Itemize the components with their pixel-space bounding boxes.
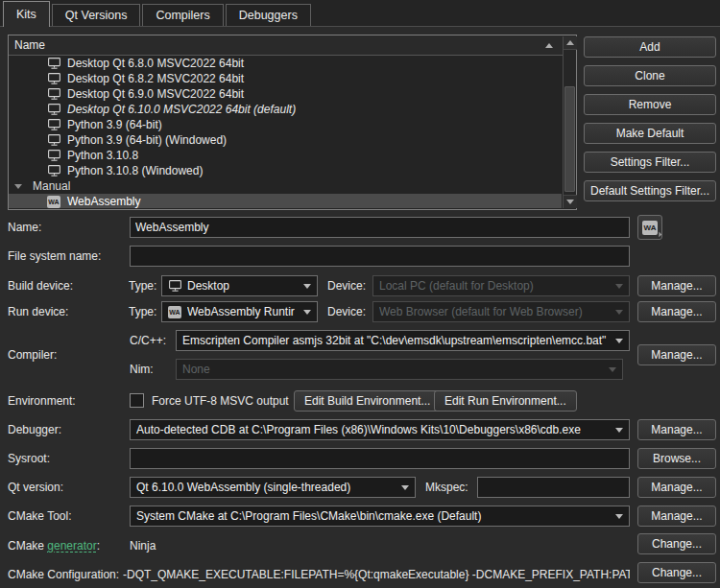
browse-sysroot-button[interactable]: Browse... [637, 448, 716, 469]
combo-value: Desktop [187, 279, 298, 293]
combo-value: Web Browser (default for Web Browser) [379, 305, 610, 318]
cmake-configuration-label: CMake Configuration: [8, 564, 119, 585]
force-utf8-checkbox[interactable] [130, 393, 144, 408]
change-cmake-generator-button[interactable]: Change... [637, 533, 716, 554]
kit-icon-button[interactable]: WA [637, 215, 662, 240]
combo-value: Qt 6.10.0 WebAssembly (single-threaded) [136, 481, 396, 494]
compiler-label: Compiler: [8, 344, 57, 365]
desktop-icon [168, 280, 181, 292]
cmake-generator-label-prefix: CMake [8, 539, 47, 553]
cmake-generator-label-suffix: : [97, 539, 100, 553]
name-label: Name: [8, 217, 41, 238]
combo-value: System CMake at C:\Program Files\CMake\b… [136, 509, 610, 523]
chevron-down-icon [615, 514, 623, 519]
cmake-generator-value: Ninja [130, 535, 514, 556]
manage-qt-versions-button[interactable]: Manage... [637, 477, 716, 498]
manage-debuggers-button[interactable]: Manage... [637, 419, 716, 440]
run-device-sub-label: Device: [327, 301, 366, 322]
build-device-combo: Local PC (default for Desktop) [372, 275, 630, 296]
chevron-down-icon [615, 284, 623, 289]
edit-build-environment-button[interactable]: Edit Build Environment... [294, 390, 441, 412]
mkspec-input[interactable] [477, 477, 630, 498]
run-device-type-combo[interactable]: WA WebAssembly Runtir [161, 301, 318, 322]
combo-value: Auto-detected CDB at C:\Program Files (x… [136, 423, 610, 436]
edit-run-environment-button[interactable]: Edit Run Environment... [434, 390, 577, 412]
force-utf8-label: Force UTF-8 MSVC output [152, 390, 289, 412]
manage-cmake-tools-button[interactable]: Manage... [637, 506, 716, 527]
chevron-down-icon [615, 310, 623, 315]
cmake-tool-combo[interactable]: System CMake at C:\Program Files\CMake\b… [130, 506, 630, 527]
run-device-combo: Web Browser (default for Web Browser) [372, 301, 630, 322]
chevron-down-icon [609, 367, 616, 372]
chevron-down-icon [615, 339, 623, 343]
chevron-down-icon [401, 485, 409, 490]
debugger-label: Debugger: [8, 419, 61, 440]
file-system-name-label: File system name: [8, 246, 101, 267]
cmake-configuration-value: -DQT_QMAKE_EXECUTABLE:FILEPATH=%{Qt:qmak… [123, 564, 630, 585]
chevron-down-icon [303, 284, 311, 289]
combo-value: Emscripten Compiler asmjs 32bit at "C:\d… [182, 334, 610, 347]
sysroot-label: Sysroot: [8, 448, 50, 469]
combo-value: WebAssembly Runtir [187, 305, 298, 318]
combo-value: None [182, 363, 603, 376]
cmake-generator-label: CMake generator: [8, 535, 100, 556]
environment-label: Environment: [8, 390, 76, 412]
webassembly-icon: WA [168, 306, 181, 318]
manage-build-device-button[interactable]: Manage... [637, 275, 716, 296]
mkspec-label: Mkspec: [425, 477, 468, 498]
sysroot-input[interactable] [130, 448, 630, 469]
change-cmake-configuration-button[interactable]: Change... [637, 562, 716, 583]
run-type-label: Type: [129, 301, 156, 322]
cmake-generator-link[interactable]: generator [47, 539, 96, 553]
cmake-tool-label: CMake Tool: [8, 506, 71, 527]
compiler-nim-combo: None [176, 359, 623, 380]
chevron-down-icon [303, 310, 311, 315]
build-device-label: Build device: [8, 275, 73, 296]
file-system-name-input[interactable] [130, 246, 630, 267]
qt-version-combo[interactable]: Qt 6.10.0 WebAssembly (single-threaded) [130, 477, 416, 498]
manage-run-device-button[interactable]: Manage... [637, 301, 716, 322]
compiler-cpp-combo[interactable]: Emscripten Compiler asmjs 32bit at "C:\d… [176, 330, 630, 351]
compiler-nim-label: Nim: [130, 359, 154, 380]
run-device-label: Run device: [8, 301, 68, 322]
qt-version-label: Qt version: [8, 477, 63, 498]
build-device-sub-label: Device: [327, 275, 366, 296]
build-type-label: Type: [129, 275, 156, 296]
debugger-combo[interactable]: Auto-detected CDB at C:\Program Files (x… [130, 419, 630, 440]
tab-kits[interactable]: Kits [3, 1, 50, 27]
combo-value: Local PC (default for Desktop) [379, 279, 610, 293]
compiler-cpp-label: C/C++: [130, 330, 166, 351]
build-device-type-combo[interactable]: Desktop [161, 275, 318, 296]
manage-compilers-button[interactable]: Manage... [637, 344, 716, 365]
kit-details-form: Name: WA File system name: Build device:… [0, 0, 720, 588]
dropdown-corner-icon [654, 229, 661, 237]
chevron-down-icon [615, 428, 623, 433]
kit-name-input[interactable] [130, 217, 630, 238]
